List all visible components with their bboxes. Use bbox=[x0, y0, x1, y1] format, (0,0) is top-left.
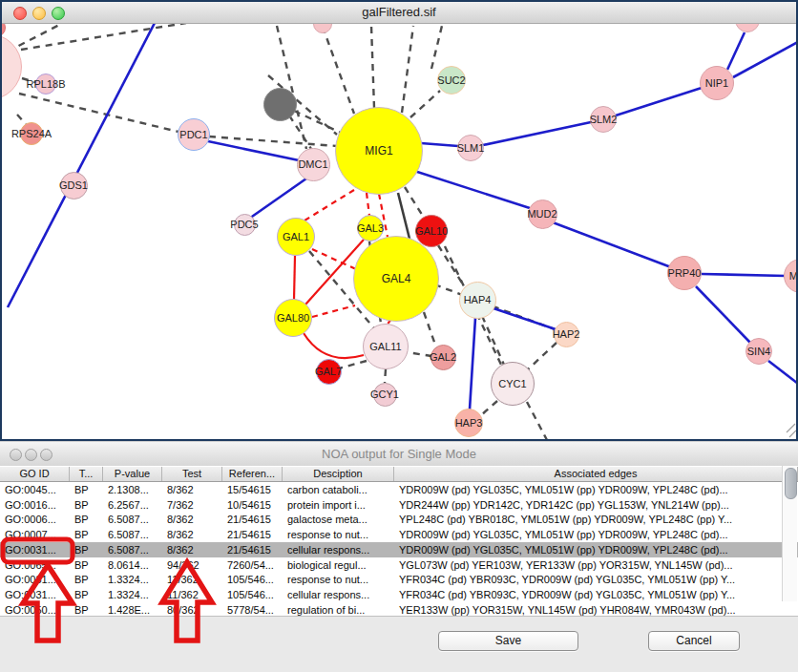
edge-blue bbox=[553, 222, 671, 267]
save-button[interactable]: Save bbox=[438, 631, 578, 651]
node-pdc5[interactable]: PDC5 bbox=[234, 214, 256, 236]
edge-blue bbox=[421, 143, 458, 146]
node-unlabeled[interactable] bbox=[263, 88, 297, 121]
edge-blue bbox=[483, 122, 591, 145]
node-suc2[interactable]: SUC2 bbox=[437, 66, 466, 94]
table-cell: 21/54615 bbox=[222, 529, 283, 540]
edge-grip bbox=[787, 424, 795, 432]
vertical-scrollbar[interactable] bbox=[782, 466, 797, 601]
table-row[interactable]: GO:0016...BP6.2567...7/36210/54615protei… bbox=[0, 497, 798, 513]
network-canvas[interactable]: RPL18BRPS24AGDS1PDC1DMC1SUC2SLM1SLM2NIP1… bbox=[2, 24, 796, 439]
table-row[interactable]: GO:0031...BP6.5087...8/36221/54615cellul… bbox=[0, 542, 798, 557]
noa-titlebar[interactable]: NOA output for Single Mode bbox=[0, 441, 798, 468]
table-row[interactable]: GO:0007...BP6.5087...8/36221/54615respon… bbox=[0, 527, 798, 542]
column-header-3[interactable]: Test bbox=[162, 467, 222, 481]
table-row[interactable]: GO:0006...BP6.5087...8/36221/54615galact… bbox=[0, 513, 798, 528]
edge-blue bbox=[696, 286, 750, 343]
column-header-5[interactable]: Desciption bbox=[283, 467, 394, 481]
table-row[interactable]: GO:0031...BP1.3324...11/362105/546...res… bbox=[0, 573, 798, 588]
table-cell: 94/362 bbox=[162, 559, 222, 571]
node-label: SLM1 bbox=[457, 142, 485, 154]
node-gds1[interactable]: GDS1 bbox=[60, 172, 88, 200]
edge-dark bbox=[398, 193, 410, 239]
table-cell: 6.5087... bbox=[103, 529, 162, 540]
table-cell: 1.3324... bbox=[103, 589, 162, 600]
node-sin4[interactable]: SIN4 bbox=[746, 338, 772, 365]
node-label: GAL1 bbox=[283, 231, 309, 242]
edge-blue bbox=[702, 274, 786, 276]
node-gal3[interactable]: GAL3 bbox=[357, 215, 384, 242]
node-label: RPS24A bbox=[11, 128, 52, 139]
node-rps24a[interactable]: RPS24A bbox=[20, 122, 43, 145]
node-rpl18b[interactable]: RPL18B bbox=[35, 74, 56, 94]
noa-output-window: NOA output for Single Mode GO IDT...P-va… bbox=[0, 441, 798, 672]
edge-dash bbox=[482, 316, 504, 365]
table-cell: 8/362 bbox=[162, 484, 222, 495]
edge-blue bbox=[208, 141, 299, 160]
node-hap4[interactable]: HAP4 bbox=[459, 282, 496, 319]
table-cell: BP bbox=[70, 544, 103, 556]
edge-reddash bbox=[312, 249, 356, 269]
edge-red bbox=[304, 333, 364, 358]
table-cell: GO:0031... bbox=[0, 574, 70, 585]
node-label: MSN bbox=[789, 270, 796, 282]
node-label: MUD2 bbox=[527, 208, 556, 220]
table-cell: 105/546... bbox=[222, 574, 283, 585]
node-gal7[interactable]: GAL7 bbox=[316, 359, 342, 385]
scrollbar-thumb[interactable] bbox=[785, 468, 797, 499]
node-gal4[interactable]: GAL4 bbox=[353, 236, 439, 322]
node-mud2[interactable]: MUD2 bbox=[528, 200, 557, 229]
table-cell: GO:0031... bbox=[0, 544, 70, 556]
table-cell: response to nut... bbox=[283, 574, 394, 585]
table-cell: 105/546... bbox=[222, 589, 283, 600]
node-cyc1[interactable]: CYC1 bbox=[491, 362, 535, 406]
node-gal2[interactable]: GAL2 bbox=[430, 345, 456, 370]
node-slm2[interactable]: SLM2 bbox=[590, 106, 617, 133]
window-title: galFiltered.sif bbox=[2, 2, 796, 23]
edge-dash bbox=[17, 115, 26, 124]
node-hap3[interactable]: HAP3 bbox=[454, 409, 483, 437]
table-row[interactable]: GO:0065...BP8.0614...94/3627260/54...bio… bbox=[0, 557, 798, 573]
node-label: HAP4 bbox=[464, 294, 492, 305]
network-edges bbox=[2, 24, 796, 439]
column-header-0[interactable]: GO ID bbox=[0, 467, 70, 481]
edge-blue bbox=[616, 88, 702, 116]
node-gcy1[interactable]: GCY1 bbox=[373, 383, 397, 407]
table-cell: biological regul... bbox=[283, 559, 394, 571]
table-cell: BP bbox=[70, 529, 103, 540]
table-cell: 8.0614... bbox=[103, 559, 162, 571]
table-cell: 10/54615 bbox=[222, 499, 283, 511]
column-header-6[interactable]: Associated edges bbox=[394, 467, 798, 481]
node-label: RPL18B bbox=[27, 78, 66, 90]
table-cell: 8/362 bbox=[162, 544, 222, 556]
column-header-2[interactable]: P-value bbox=[103, 467, 162, 481]
table-row[interactable]: GO:0031...BP1.3324...11/362105/546...cel… bbox=[0, 587, 798, 602]
edge-dash bbox=[385, 369, 386, 383]
node-prp40[interactable]: PRP40 bbox=[667, 256, 702, 290]
node-mig1[interactable]: MIG1 bbox=[335, 107, 423, 195]
node-hap2[interactable]: HAP2 bbox=[554, 322, 579, 347]
node-nip1[interactable]: NIP1 bbox=[700, 66, 734, 100]
cancel-button[interactable]: Cancel bbox=[648, 631, 740, 651]
edge-dash bbox=[294, 111, 341, 133]
node-gal80[interactable]: GAL80 bbox=[274, 299, 312, 337]
node-label: HAP2 bbox=[553, 328, 580, 340]
column-header-1[interactable]: T... bbox=[70, 467, 103, 481]
node-label: PRP40 bbox=[668, 267, 702, 279]
edge-dash bbox=[405, 187, 424, 218]
table-cell: galactose meta... bbox=[283, 514, 394, 525]
node-gal11[interactable]: GAL11 bbox=[363, 324, 409, 369]
node-dmc1[interactable]: DMC1 bbox=[297, 148, 330, 181]
table-body: GO:0045...BP2.1308...8/36215/54615carbon… bbox=[0, 482, 798, 618]
table-header-row: GO IDT...P-valueTestReferen...Desciption… bbox=[0, 466, 798, 482]
node-slm1[interactable]: SLM1 bbox=[457, 135, 484, 161]
node-label: HAP3 bbox=[455, 417, 483, 429]
node-gal1[interactable]: GAL1 bbox=[277, 218, 315, 256]
column-header-4[interactable]: Referen... bbox=[222, 467, 283, 481]
table-cell: GO:0007... bbox=[0, 529, 70, 540]
network-window-titlebar[interactable]: galFiltered.sif bbox=[2, 2, 796, 24]
noa-footer: Save Cancel bbox=[0, 616, 798, 672]
table-row[interactable]: GO:0045...BP2.1308...8/36215/54615carbon… bbox=[0, 482, 798, 497]
node-label: SUC2 bbox=[437, 74, 465, 86]
node-pdc1[interactable]: PDC1 bbox=[178, 118, 210, 151]
